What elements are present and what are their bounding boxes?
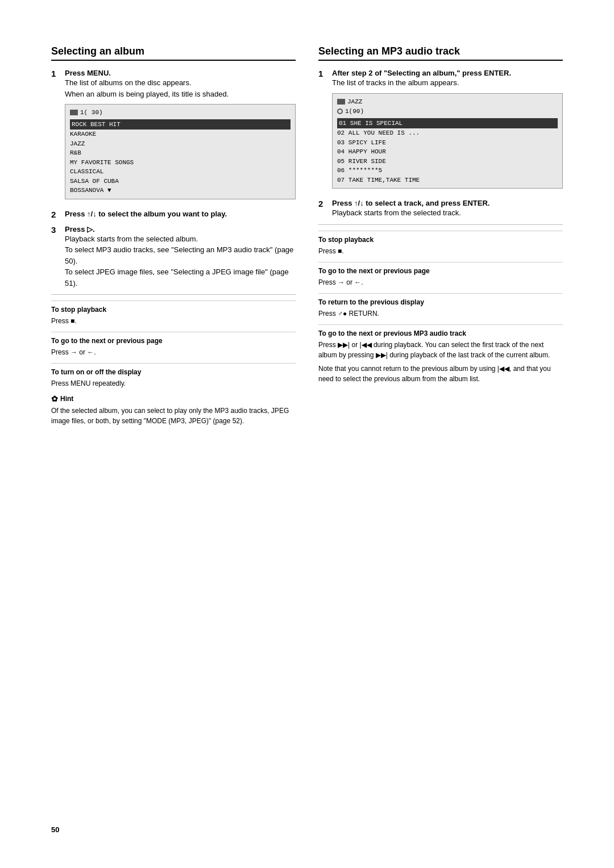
left-tip-3-text: Press MENU repeatedly. bbox=[51, 378, 296, 389]
left-hint-title: ✿ Hint bbox=[51, 394, 296, 403]
track-list: 02 ALL YOU NEED IS ...03 SPICY LIFE04 HA… bbox=[337, 128, 558, 185]
right-tip-3-text: Press ♂● RETURN. bbox=[318, 308, 563, 319]
left-step-3-text2: To select MP3 audio tracks, see "Selecti… bbox=[65, 244, 296, 266]
left-divider bbox=[51, 294, 296, 295]
left-step-2-num: 2 bbox=[51, 210, 60, 219]
left-step-3-num: 3 bbox=[51, 225, 60, 289]
right-tip-4: To go to the next or previous MP3 audio … bbox=[318, 324, 563, 384]
mp3-screen-icon bbox=[337, 99, 345, 105]
right-section-title: Selecting an MP3 audio track bbox=[318, 45, 563, 61]
left-tip-1-title: To stop playback bbox=[51, 306, 296, 314]
album-list-item: MY FAVORITE SONGS bbox=[70, 158, 291, 168]
screen-header: 1( 30) bbox=[80, 108, 103, 118]
left-step-3: 3 Press ▷. Playback starts from the sele… bbox=[51, 225, 296, 289]
right-step-2: 2 Press ↑/↓ to select a track, and press… bbox=[318, 199, 563, 219]
left-step-3-text1: Playback starts from the selected album. bbox=[65, 233, 296, 245]
right-step-1-num: 1 bbox=[318, 69, 327, 193]
track-list-item: 04 HAPPY HOUR bbox=[337, 147, 558, 157]
right-tip-4-title: To go to the next or previous MP3 audio … bbox=[318, 329, 563, 337]
left-step-3-text3: To select JPEG image files, see "Selecti… bbox=[65, 266, 296, 289]
track-list-item: 02 ALL YOU NEED IS ... bbox=[337, 128, 558, 138]
track-list-item: 05 RIVER SIDE bbox=[337, 157, 558, 166]
left-step-1-text2: When an album is being played, its title… bbox=[65, 89, 296, 100]
album-list-item: R&B bbox=[70, 148, 291, 158]
left-tip-3-title: To turn on or off the display bbox=[51, 368, 296, 376]
left-step-1-num: 1 bbox=[51, 69, 60, 204]
hint-icon: ✿ bbox=[51, 394, 58, 403]
right-step-1-text1: The list of tracks in the album appears. bbox=[332, 77, 563, 89]
track-list-item: 07 TAKE TIME,TAKE TIME bbox=[337, 176, 558, 185]
left-tip-2-title: To go to the next or previous page bbox=[51, 337, 296, 345]
right-tip-3-title: To return to the previous display bbox=[318, 298, 563, 306]
mp3-screen-header: JAZZ bbox=[347, 97, 362, 107]
left-hint: ✿ Hint Of the selected album, you can se… bbox=[51, 394, 296, 426]
left-column: Selecting an album 1 Press MENU. The lis… bbox=[51, 45, 296, 426]
left-section-title: Selecting an album bbox=[51, 45, 296, 61]
right-column: Selecting an MP3 audio track 1 After ste… bbox=[318, 45, 563, 426]
right-step-2-label: Press ↑/↓ to select a track, and press E… bbox=[332, 199, 563, 207]
left-step-2-label: Press ↑/↓ to select the album you want t… bbox=[65, 210, 296, 218]
album-screen: 1( 30) ROCK BEST HIT KARAOKEJAZZR&BMY FA… bbox=[65, 104, 296, 199]
left-tip-1-text: Press ■. bbox=[51, 316, 296, 326]
right-tip-2-title: To go to the next or previous page bbox=[318, 267, 563, 275]
left-tip-3: To turn on or off the display Press MENU… bbox=[51, 363, 296, 389]
left-step-3-label: Press ▷. bbox=[65, 225, 296, 233]
left-step-2-content: Press ↑/↓ to select the album you want t… bbox=[65, 210, 296, 219]
page: Selecting an album 1 Press MENU. The lis… bbox=[0, 0, 614, 471]
right-step-1: 1 After step 2 of "Selecting an album," … bbox=[318, 69, 563, 193]
left-step-3-content: Press ▷. Playback starts from the select… bbox=[65, 225, 296, 289]
mp3-screen: JAZZ 1(90) 01 SHE IS SPECIAL 02 ALL YOU … bbox=[332, 93, 563, 189]
left-step-1: 1 Press MENU. The list of albums on the … bbox=[51, 69, 296, 204]
left-tip-1: To stop playback Press ■. bbox=[51, 301, 296, 326]
right-tip-4-text2: Note that you cannot return to the previ… bbox=[318, 364, 563, 384]
mp3-disc-icon bbox=[337, 108, 343, 114]
track-list-item: 06 ********5 bbox=[337, 166, 558, 176]
left-hint-text: Of the selected album, you can select to… bbox=[51, 406, 296, 426]
right-tip-1-text: Press ■. bbox=[318, 246, 563, 256]
right-tip-1: To stop playback Press ■. bbox=[318, 231, 563, 256]
album-list-item: KARAOKE bbox=[70, 130, 291, 139]
album-list-item: BOSSANOVA ▼ bbox=[70, 186, 291, 195]
right-step-2-text: Playback starts from the selected track. bbox=[332, 207, 563, 219]
mp3-screen-sub: 1(90) bbox=[345, 107, 364, 116]
right-tip-4-text1: Press ▶▶| or |◀◀ during playback. You ca… bbox=[318, 340, 563, 360]
album-list-item: SALSA OF CUBA bbox=[70, 177, 291, 186]
album-list: KARAOKEJAZZR&BMY FAVORITE SONGSCLASSICAL… bbox=[70, 130, 291, 195]
left-tip-2-text: Press → or ←. bbox=[51, 347, 296, 357]
right-tip-1-title: To stop playback bbox=[318, 236, 563, 244]
right-tip-2-text: Press → or ←. bbox=[318, 277, 563, 287]
left-tip-2: To go to the next or previous page Press… bbox=[51, 332, 296, 357]
album-list-item: CLASSICAL bbox=[70, 167, 291, 177]
left-step-1-content: Press MENU. The list of albums on the di… bbox=[65, 69, 296, 204]
right-step-1-content: After step 2 of "Selecting an album," pr… bbox=[332, 69, 563, 193]
left-step-1-label: Press MENU. bbox=[65, 69, 296, 77]
right-tip-3: To return to the previous display Press … bbox=[318, 293, 563, 319]
main-columns: Selecting an album 1 Press MENU. The lis… bbox=[51, 45, 563, 426]
right-tip-2: To go to the next or previous page Press… bbox=[318, 262, 563, 287]
right-step-2-content: Press ↑/↓ to select a track, and press E… bbox=[332, 199, 563, 219]
screen-icon bbox=[70, 110, 78, 115]
left-step-1-text1: The list of albums on the disc appears. bbox=[65, 77, 296, 89]
left-step-2: 2 Press ↑/↓ to select the album you want… bbox=[51, 210, 296, 219]
page-number: 50 bbox=[51, 825, 59, 834]
right-divider bbox=[318, 224, 563, 225]
track-list-item: 03 SPICY LIFE bbox=[337, 138, 558, 148]
right-step-1-label: After step 2 of "Selecting an album," pr… bbox=[332, 69, 563, 77]
right-step-2-num: 2 bbox=[318, 199, 327, 219]
album-list-item: JAZZ bbox=[70, 139, 291, 149]
highlighted-track: 01 SHE IS SPECIAL bbox=[337, 118, 558, 129]
highlighted-album: ROCK BEST HIT bbox=[70, 119, 291, 130]
